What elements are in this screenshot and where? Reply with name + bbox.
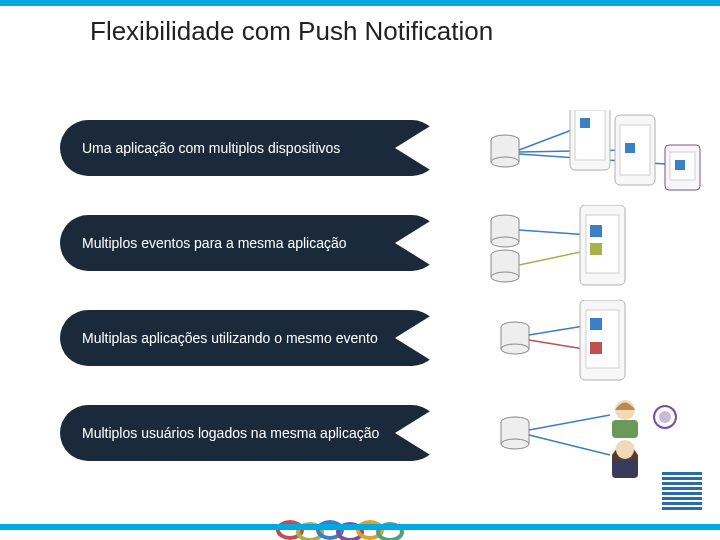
phone-icon: [570, 110, 610, 170]
svg-point-32: [501, 344, 529, 354]
content-rows: Uma aplicação com multiplos dispositivos: [60, 110, 700, 490]
bullet-label: Multiplos eventos para a mesma aplicação: [82, 235, 347, 252]
svg-rect-36: [590, 342, 602, 354]
bullet-label: Multiplas aplicações utilizando o mesmo …: [82, 330, 378, 347]
diagram-1-svg: [460, 110, 720, 200]
svg-point-4: [491, 157, 519, 167]
bullet-pill: Multiplos eventos para a mesma aplicação: [60, 215, 440, 271]
database-icon: [491, 135, 519, 167]
diagram-1: [460, 110, 720, 200]
diagram-3: [460, 300, 720, 390]
svg-rect-7: [580, 118, 590, 128]
svg-point-18: [491, 237, 519, 247]
svg-point-41: [501, 439, 529, 449]
diagram-2-svg: [460, 205, 720, 295]
svg-rect-10: [625, 143, 635, 153]
small-device-icon: [665, 145, 700, 190]
row-2: Multiplos eventos para a mesma aplicação: [60, 205, 700, 300]
diagram-3-svg: [460, 300, 720, 390]
svg-rect-43: [612, 420, 638, 438]
svg-rect-13: [675, 160, 685, 170]
bullet-pill: Uma aplicação com multiplos dispositivos: [60, 120, 440, 176]
database-icon: [491, 250, 519, 282]
database-icon: [501, 417, 529, 449]
bullet-label: Multiplos usuários logados na mesma apli…: [82, 425, 379, 442]
bullet-pill: Multiplos usuários logados na mesma apli…: [60, 405, 440, 461]
bullet-label: Uma aplicação com multiplos dispositivos: [82, 140, 340, 157]
connector-line: [519, 230, 590, 235]
svg-rect-48: [612, 460, 638, 478]
svg-point-23: [491, 272, 519, 282]
database-icon: [501, 322, 529, 354]
bullet-pill: Multiplas aplicações utilizando o mesmo …: [60, 310, 440, 366]
phone-icon: [580, 300, 625, 380]
svg-point-47: [616, 441, 634, 459]
row-3: Multiplas aplicações utilizando o mesmo …: [60, 300, 700, 395]
phone-icon: [580, 205, 625, 285]
ibm-logo: [662, 472, 702, 510]
connector-line: [519, 250, 590, 265]
connector-line: [529, 415, 610, 430]
row-1: Uma aplicação com multiplos dispositivos: [60, 110, 700, 205]
svg-rect-6: [575, 110, 605, 160]
svg-rect-35: [590, 318, 602, 330]
phone-icon: [615, 115, 655, 185]
row-4: Multiplos usuários logados na mesma apli…: [60, 395, 700, 490]
user-avatar-icon: [612, 400, 638, 438]
globe-icon: [654, 406, 676, 428]
page-title: Flexibilidade com Push Notification: [0, 6, 720, 47]
user-avatar-icon: [612, 440, 638, 478]
diagram-2: [460, 205, 720, 295]
svg-point-45: [659, 411, 671, 423]
connector-line: [529, 435, 610, 455]
svg-rect-27: [590, 243, 602, 255]
database-icon: [491, 215, 519, 247]
footer-bar: [0, 524, 720, 530]
svg-rect-26: [590, 225, 602, 237]
